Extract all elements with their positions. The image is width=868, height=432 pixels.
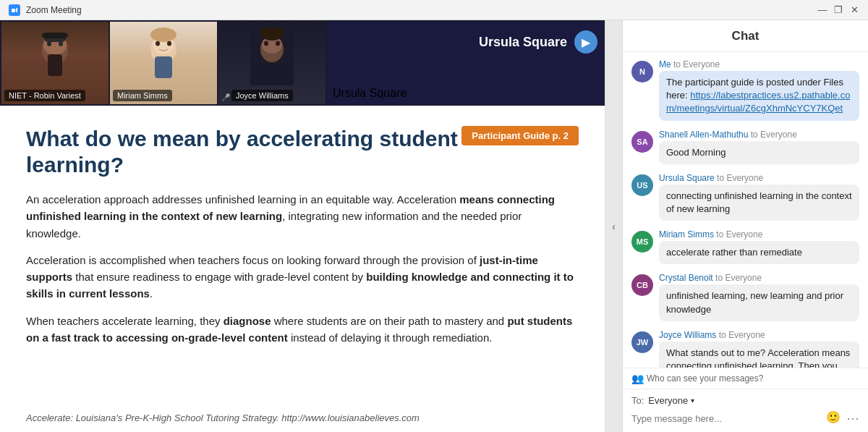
chat-sender-3: Ursula Square bbox=[659, 173, 715, 183]
chevron-down-icon: ▾ bbox=[691, 397, 694, 405]
chat-to-label: To: bbox=[631, 395, 644, 406]
video-label-2: Miriam Simms bbox=[113, 90, 172, 101]
chat-panel: Chat N Me to Everyone The participant gu… bbox=[622, 20, 868, 432]
mute-icon-3: 🎤 bbox=[221, 93, 230, 101]
chat-message-4: MS Miriam Simms to Everyone accelerate r… bbox=[631, 229, 859, 264]
chat-to-line: To: Everyone ▾ bbox=[631, 395, 859, 406]
collapse-panel-button[interactable]: ‹ bbox=[605, 20, 622, 432]
participant-guide-badge: Participant Guide p. 2 bbox=[461, 126, 579, 145]
svg-rect-0 bbox=[12, 9, 15, 12]
chat-to-4: to Everyone bbox=[716, 229, 762, 240]
who-can-see-text: Who can see your messages? bbox=[647, 373, 763, 384]
titlebar: Zoom Meeting — ❐ ✕ bbox=[0, 0, 868, 20]
active-bottom-label: Ursula Square bbox=[333, 87, 407, 100]
svg-point-12 bbox=[167, 41, 171, 46]
titlebar-title: Zoom Meeting bbox=[26, 5, 82, 15]
chat-sender-line-2: Shanell Allen-Mathuthu to Everyone bbox=[659, 130, 859, 140]
chat-input-area: 🙂 ⋯ bbox=[631, 410, 859, 426]
svg-rect-14 bbox=[155, 56, 172, 78]
chat-input-icons: 🙂 ⋯ bbox=[826, 410, 859, 426]
chat-content-2: Shanell Allen-Mathuthu to Everyone Good … bbox=[659, 130, 859, 164]
close-button[interactable]: ✕ bbox=[849, 5, 859, 15]
minimize-button[interactable]: — bbox=[817, 5, 827, 15]
chat-sender-4: Miriam Simms bbox=[659, 229, 714, 240]
content-slide: What do we mean by accelerating student … bbox=[0, 106, 605, 432]
svg-point-18 bbox=[264, 41, 268, 46]
chat-sender-line-5: Crystal Benoit to Everyone bbox=[659, 273, 859, 283]
video-active[interactable]: Ursula Square ▶ Ursula Square bbox=[327, 22, 603, 104]
chat-bubble-2: Good Morning bbox=[659, 141, 859, 164]
chat-messages: N Me to Everyone The participant guide i… bbox=[623, 52, 868, 368]
chat-bubble-5: unfinished learning, new learning and pr… bbox=[659, 284, 859, 321]
chat-avatar-5: CB bbox=[631, 274, 653, 296]
who-can-see-icon: 👥 bbox=[631, 373, 644, 384]
chat-header: Chat bbox=[623, 20, 868, 52]
svg-point-11 bbox=[156, 41, 160, 46]
chat-avatar-2: SA bbox=[631, 131, 653, 153]
slide-title: What do we mean by accelerating student … bbox=[26, 126, 460, 178]
chat-message-1: N Me to Everyone The participant guide i… bbox=[631, 59, 859, 121]
chat-avatar-4: MS bbox=[631, 231, 653, 253]
chat-sender-line-3: Ursula Square to Everyone bbox=[659, 173, 859, 183]
active-participant-name: Ursula Square bbox=[479, 35, 567, 50]
chat-avatar-6: JW bbox=[631, 331, 653, 353]
chat-message-6: JW Joyce Williams to Everyone What stand… bbox=[631, 330, 859, 368]
chat-avatar-3: US bbox=[631, 174, 653, 196]
chat-bubble-1: The participant guide is posted under Fi… bbox=[659, 71, 859, 121]
video-participant-1[interactable]: NIET - Robin Variest bbox=[1, 22, 109, 104]
active-join-button[interactable]: ▶ bbox=[574, 30, 597, 54]
svg-marker-1 bbox=[16, 7, 17, 12]
maximize-button[interactable]: ❐ bbox=[833, 5, 843, 15]
chat-content-4: Miriam Simms to Everyone accelerate rath… bbox=[659, 229, 859, 264]
svg-point-13 bbox=[150, 27, 176, 42]
video-strip: NIET - Robin Variest Miriam Simms bbox=[0, 20, 605, 106]
chat-content-3: Ursula Square to Everyone connecting unf… bbox=[659, 173, 859, 221]
zoom-icon bbox=[9, 4, 20, 16]
slide-para-1: An acceleration approach addresses unfin… bbox=[26, 191, 579, 242]
video-participant-2[interactable]: Miriam Simms bbox=[110, 22, 217, 104]
slide-footer: Accelerate: Louisiana's Pre-K-High Schoo… bbox=[26, 412, 420, 423]
chat-content-1: Me to Everyone The participant guide is … bbox=[659, 59, 859, 121]
chat-message-2: SA Shanell Allen-Mathuthu to Everyone Go… bbox=[631, 130, 859, 164]
chat-bubble-4: accelerate rather than remediate bbox=[659, 241, 859, 264]
chat-sender-line-1: Me to Everyone bbox=[659, 59, 859, 69]
chat-sender-1: Me bbox=[659, 59, 671, 69]
svg-rect-7 bbox=[42, 33, 68, 38]
titlebar-left: Zoom Meeting bbox=[9, 4, 82, 16]
chat-to-value: Everyone bbox=[648, 395, 688, 406]
slide-para-2: Acceleration is accomplished when teache… bbox=[26, 252, 579, 302]
chat-footer: To: Everyone ▾ 🙂 ⋯ bbox=[623, 389, 868, 432]
chat-to-6: to Everyone bbox=[719, 330, 765, 340]
chat-to-3: to Everyone bbox=[717, 173, 763, 183]
chat-sender-5: Crystal Benoit bbox=[659, 273, 713, 283]
chat-input[interactable] bbox=[631, 413, 822, 424]
video-label-3: Joyce Williams bbox=[231, 90, 293, 101]
slide-body: An acceleration approach addresses unfin… bbox=[26, 191, 579, 346]
chat-sender-line-4: Miriam Simms to Everyone bbox=[659, 229, 859, 240]
chat-message-5: CB Crystal Benoit to Everyone unfinished… bbox=[631, 273, 859, 321]
emoji-icon[interactable]: 🙂 bbox=[826, 410, 841, 426]
titlebar-controls: — ❐ ✕ bbox=[817, 5, 859, 15]
chat-avatar-1: N bbox=[631, 61, 653, 82]
video-label-1: NIET - Robin Variest bbox=[4, 90, 85, 101]
left-panel: NIET - Robin Variest Miriam Simms bbox=[0, 20, 605, 432]
main-container: NIET - Robin Variest Miriam Simms bbox=[0, 20, 868, 432]
chat-bubble-3: connecting unfinished learning in the co… bbox=[659, 185, 859, 221]
slide-para-3: When teachers accelerate learning, they … bbox=[26, 313, 579, 347]
svg-point-19 bbox=[276, 41, 280, 46]
chat-bubble-6: What stands out to me? Acceleration mean… bbox=[659, 342, 859, 368]
chat-sender-line-6: Joyce Williams to Everyone bbox=[659, 330, 859, 340]
chat-to-select[interactable]: Everyone ▾ bbox=[648, 395, 694, 406]
chat-title: Chat bbox=[732, 29, 760, 43]
svg-rect-8 bbox=[48, 54, 62, 76]
video-participant-3[interactable]: 🎤 Joyce Williams bbox=[218, 22, 326, 104]
chat-to-5: to Everyone bbox=[715, 273, 762, 283]
chat-content-5: Crystal Benoit to Everyone unfinished le… bbox=[659, 273, 859, 321]
more-options-icon[interactable]: ⋯ bbox=[846, 410, 859, 426]
chat-sender-2: Shanell Allen-Mathuthu bbox=[659, 130, 748, 140]
chat-content-6: Joyce Williams to Everyone What stands o… bbox=[659, 330, 859, 368]
chat-to-1: to Everyone bbox=[673, 59, 720, 69]
chat-to-2: to Everyone bbox=[751, 130, 797, 140]
chat-link-1[interactable]: https://labestpractices.us2.pathable.com… bbox=[666, 90, 850, 114]
who-can-see: 👥 Who can see your messages? bbox=[623, 368, 868, 389]
